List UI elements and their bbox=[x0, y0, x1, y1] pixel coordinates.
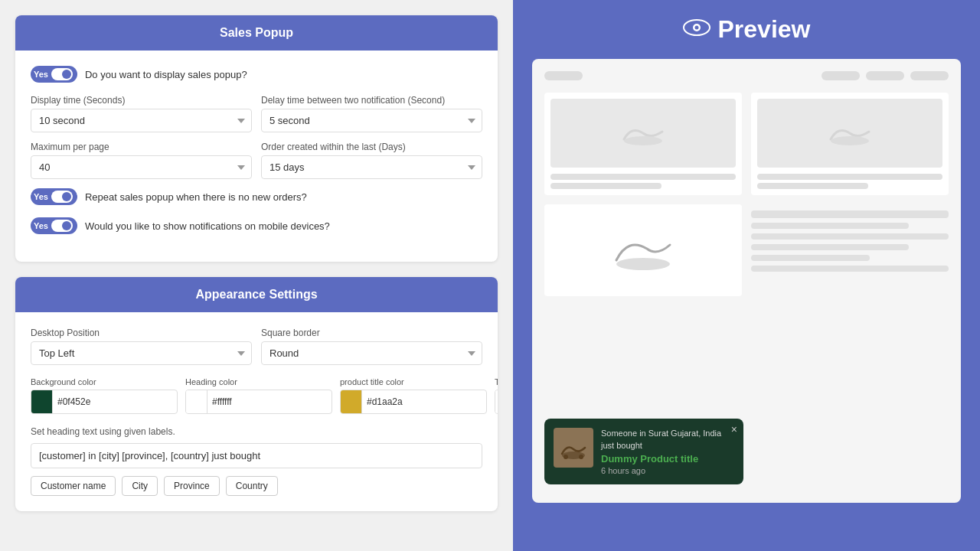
detail-line-1 bbox=[751, 210, 949, 218]
heading-color-group: Heading color bbox=[185, 377, 332, 414]
product-line-4 bbox=[757, 183, 868, 189]
detail-line-6 bbox=[751, 266, 949, 272]
mobile-toggle-badge[interactable]: Yes bbox=[31, 217, 77, 234]
province-tag-button[interactable]: Province bbox=[164, 476, 220, 496]
country-tag-button[interactable]: Country bbox=[226, 476, 278, 496]
desktop-position-group: Desktop Position Top Left bbox=[31, 328, 252, 365]
product-detail-image-mock bbox=[544, 204, 742, 296]
sales-popup-header: Sales Popup bbox=[15, 15, 498, 51]
background-color-label: Background color bbox=[31, 377, 178, 386]
mobile-label: Would you like to show notifications on … bbox=[85, 220, 330, 232]
max-per-page-group: Maximum per page 40 bbox=[31, 142, 252, 179]
preview-title-row: Preview bbox=[683, 15, 811, 44]
popup-header-text: Someone in Surat Gujarat, India just bou… bbox=[601, 428, 734, 452]
appearance-body: Desktop Position Top Left Square border … bbox=[15, 312, 498, 511]
repeat-yes-label: Yes bbox=[34, 192, 48, 201]
square-border-select[interactable]: Round bbox=[261, 341, 482, 365]
display-popup-toggle[interactable] bbox=[51, 68, 73, 80]
popup-time: 6 hours ago bbox=[601, 466, 734, 475]
product-line-2 bbox=[550, 183, 662, 189]
detail-line-5 bbox=[751, 255, 870, 261]
sales-popup-title: Sales Popup bbox=[220, 26, 293, 39]
square-border-label: Square border bbox=[261, 328, 482, 338]
city-tag-button[interactable]: City bbox=[122, 476, 158, 496]
appearance-header: Appearance Settings bbox=[15, 277, 498, 312]
order-created-select[interactable]: 15 days bbox=[261, 155, 482, 179]
product-lines-2 bbox=[757, 174, 942, 189]
appearance-title: Appearance Settings bbox=[195, 288, 317, 301]
desktop-position-label: Desktop Position bbox=[31, 328, 252, 338]
right-panel: Preview bbox=[513, 0, 980, 551]
heading-color-text[interactable] bbox=[207, 396, 332, 407]
background-color-group: Background color bbox=[31, 377, 178, 414]
heading-text-description: Set heading text using given labels. bbox=[31, 426, 482, 437]
svg-point-4 bbox=[831, 136, 869, 145]
nav-logo-bar bbox=[544, 71, 583, 80]
repeat-toggle-badge[interactable]: Yes bbox=[31, 188, 77, 205]
position-border-grid: Desktop Position Top Left Square border … bbox=[31, 328, 482, 365]
order-settings-grid: Maximum per page 40 Order created within… bbox=[31, 142, 482, 179]
eye-icon bbox=[683, 18, 710, 42]
time-text-color-input[interactable] bbox=[495, 390, 498, 414]
product-card-mock-2 bbox=[751, 93, 949, 195]
popup-notification: × Someone in Surat Gujarat, India just b… bbox=[544, 419, 743, 484]
popup-product-title: Dummy Product title bbox=[601, 453, 734, 465]
color-settings-row: Background color Heading color product t… bbox=[31, 377, 482, 414]
detail-line-3 bbox=[751, 233, 949, 240]
customer-name-tag-button[interactable]: Customer name bbox=[31, 476, 116, 496]
nav-link-bar-3 bbox=[910, 71, 949, 80]
sales-popup-card: Sales Popup Yes Do you want to display s… bbox=[15, 15, 498, 262]
nav-link-bar-2 bbox=[866, 71, 904, 80]
product-title-color-text[interactable] bbox=[362, 396, 486, 407]
desktop-position-select[interactable]: Top Left bbox=[31, 341, 252, 365]
template-input[interactable] bbox=[31, 443, 482, 468]
background-color-swatch bbox=[31, 390, 53, 413]
max-per-page-select[interactable]: 40 bbox=[31, 155, 252, 179]
order-created-label: Order created within the last (Days) bbox=[261, 142, 482, 152]
square-border-group: Square border Round bbox=[261, 328, 482, 365]
product-grid-mock bbox=[544, 93, 949, 195]
svg-point-8 bbox=[564, 455, 568, 459]
display-time-select[interactable]: 10 second bbox=[31, 109, 252, 132]
appearance-card: Appearance Settings Desktop Position Top… bbox=[15, 277, 498, 511]
product-title-color-label: product title color bbox=[340, 377, 487, 386]
detail-line-2 bbox=[751, 223, 909, 229]
mobile-toggle[interactable] bbox=[51, 220, 73, 232]
detail-line-4 bbox=[751, 244, 909, 250]
repeat-toggle[interactable] bbox=[51, 191, 73, 203]
mobile-yes-label: Yes bbox=[34, 221, 48, 230]
time-text-color-swatch bbox=[495, 390, 498, 413]
background-color-text[interactable] bbox=[53, 396, 177, 407]
heading-color-swatch bbox=[186, 390, 207, 413]
time-text-color-label: Time text color bbox=[495, 377, 498, 386]
nav-link-bar-1 bbox=[822, 71, 860, 80]
bottom-section-mock bbox=[544, 204, 949, 296]
product-title-color-group: product title color bbox=[340, 377, 487, 414]
svg-point-9 bbox=[579, 455, 583, 459]
delay-time-label: Delay time between two notification (Sec… bbox=[261, 95, 482, 106]
repeat-label: Repeat sales popup when there is no new … bbox=[85, 191, 307, 203]
product-detail-lines bbox=[751, 204, 949, 296]
time-settings-grid: Display time (Seconds) 10 second Delay t… bbox=[31, 95, 482, 132]
delay-time-select[interactable]: 5 second bbox=[261, 109, 482, 132]
popup-close-button[interactable]: × bbox=[731, 423, 737, 435]
product-line-3 bbox=[757, 174, 942, 180]
heading-color-input[interactable] bbox=[185, 390, 332, 414]
repeat-toggle-row: Yes Repeat sales popup when there is no … bbox=[31, 188, 482, 205]
product-title-color-input[interactable] bbox=[340, 390, 487, 414]
display-popup-label: Do you want to display sales popup? bbox=[85, 69, 247, 80]
product-lines-1 bbox=[550, 174, 736, 189]
tag-button-row: Customer name City Province Country bbox=[31, 476, 482, 496]
display-time-label: Display time (Seconds) bbox=[31, 95, 252, 106]
svg-point-2 bbox=[694, 25, 698, 29]
popup-content: Someone in Surat Gujarat, India just bou… bbox=[601, 428, 734, 475]
left-panel: Sales Popup Yes Do you want to display s… bbox=[0, 0, 513, 551]
preview-browser: × Someone in Surat Gujarat, India just b… bbox=[532, 59, 961, 503]
product-image-mock-1 bbox=[550, 99, 736, 168]
display-popup-toggle-badge[interactable]: Yes bbox=[31, 66, 77, 83]
display-popup-row: Yes Do you want to display sales popup? bbox=[31, 66, 482, 83]
svg-point-3 bbox=[624, 136, 662, 145]
background-color-input[interactable] bbox=[31, 390, 178, 414]
heading-color-label: Heading color bbox=[185, 377, 332, 386]
delay-time-group: Delay time between two notification (Sec… bbox=[261, 95, 482, 132]
